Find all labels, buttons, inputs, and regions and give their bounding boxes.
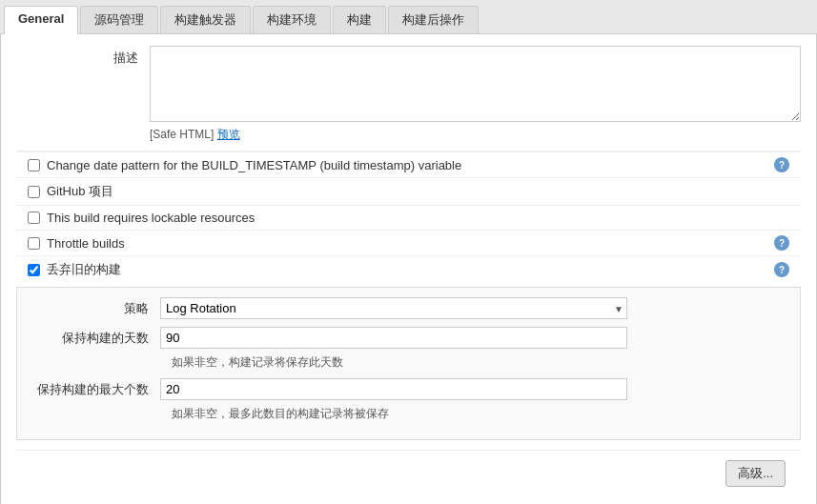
days-label: 保持构建的天数 (36, 330, 160, 347)
tab-source[interactable]: 源码管理 (80, 6, 158, 33)
checkbox-row-throttle: Throttle builds ? (16, 230, 801, 255)
checkbox-row-github: GitHub 项目 (16, 177, 801, 205)
main-container: General 源码管理 构建触发器 构建环境 构建 构建后操作 描述 [Saf… (0, 0, 817, 504)
checkbox-discard[interactable] (28, 264, 40, 276)
tab-build[interactable]: 构建 (333, 6, 386, 33)
strategy-label: 策略 (36, 300, 160, 317)
tab-bar: General 源码管理 构建触发器 构建环境 构建 构建后操作 (0, 0, 817, 34)
checkbox-timestamp[interactable] (28, 159, 40, 171)
tab-post[interactable]: 构建后操作 (388, 6, 479, 33)
checkbox-lockable-label[interactable]: This build requires lockable resources (47, 211, 255, 225)
checkbox-throttle[interactable] (28, 237, 40, 250)
max-hint: 如果非空，最多此数目的构建记录将被保存 (172, 406, 790, 422)
safe-html-text: [Safe HTML] (150, 128, 214, 141)
description-row: 描述 [Safe HTML] 预览 (16, 46, 801, 143)
max-input[interactable] (160, 378, 627, 400)
tab-env[interactable]: 构建环境 (253, 6, 331, 33)
checkbox-row-timestamp: Change date pattern for the BUILD_TIMEST… (16, 151, 801, 177)
tab-general[interactable]: General (4, 6, 78, 34)
max-label: 保持构建的最大个数 (36, 381, 160, 398)
days-hint: 如果非空，构建记录将保存此天数 (172, 354, 790, 371)
days-row: 保持构建的天数 (36, 327, 790, 349)
checkbox-throttle-label[interactable]: Throttle builds (47, 236, 125, 251)
help-icon-discard[interactable]: ? (774, 262, 789, 277)
advanced-button[interactable]: 高级... (725, 460, 786, 487)
description-control: [Safe HTML] 预览 (150, 46, 801, 143)
bottom-bar: 高级... (16, 450, 801, 493)
checkbox-timestamp-label[interactable]: Change date pattern for the BUILD_TIMEST… (47, 158, 461, 172)
description-label: 描述 (16, 46, 150, 67)
help-icon-throttle[interactable]: ? (774, 235, 789, 251)
checkbox-lockable[interactable] (28, 212, 40, 224)
content-area: 描述 [Safe HTML] 预览 Change date pattern fo… (0, 34, 817, 504)
discard-section: 策略 Log Rotation ▼ 保持构建的天数 如果非空，构建记录将保存此天… (16, 287, 801, 440)
description-textarea[interactable] (150, 46, 801, 122)
max-row: 保持构建的最大个数 (36, 378, 790, 400)
tab-trigger[interactable]: 构建触发器 (160, 6, 251, 33)
preview-link[interactable]: 预览 (217, 128, 240, 141)
strategy-row: 策略 Log Rotation ▼ (36, 297, 790, 319)
strategy-select-wrapper: Log Rotation ▼ (160, 297, 627, 319)
checkbox-github[interactable] (28, 186, 40, 198)
safe-html-hint: [Safe HTML] 预览 (150, 127, 801, 143)
checkbox-github-label[interactable]: GitHub 项目 (47, 183, 113, 200)
checkbox-row-lockable: This build requires lockable resources (16, 205, 801, 230)
checkbox-discard-label[interactable]: 丢弃旧的构建 (47, 261, 121, 278)
strategy-select[interactable]: Log Rotation (160, 297, 627, 319)
help-icon-timestamp[interactable]: ? (774, 157, 789, 172)
days-input[interactable] (160, 327, 627, 349)
checkbox-row-discard: 丢弃旧的构建 ? (16, 255, 801, 283)
